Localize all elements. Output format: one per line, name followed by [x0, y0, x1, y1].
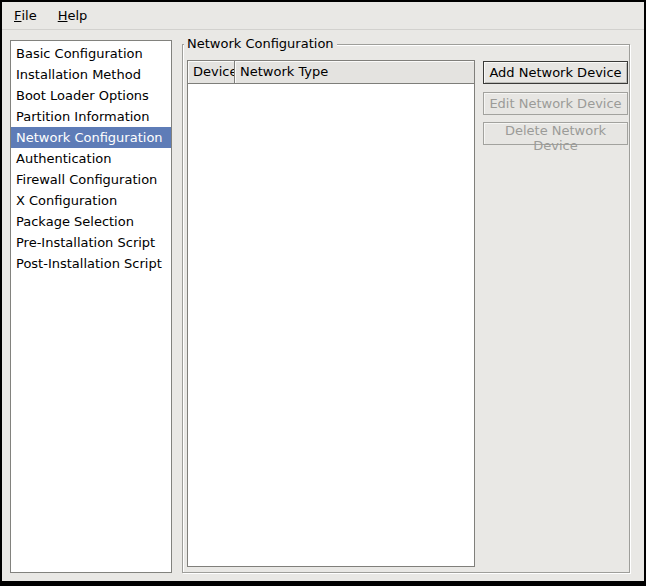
sidebar-item-boot-loader-options[interactable]: Boot Loader Options	[11, 85, 171, 106]
sidebar-item-x-configuration[interactable]: X Configuration	[11, 190, 171, 211]
section-list: Basic Configuration Installation Method …	[10, 40, 172, 573]
column-header-device[interactable]: Device	[188, 61, 235, 84]
kickstart-configurator-window: File Help Basic Configuration Installati…	[0, 0, 646, 586]
network-device-table: Device Network Type	[187, 60, 475, 567]
sidebar-item-firewall-configuration[interactable]: Firewall Configuration	[11, 169, 171, 190]
sidebar-item-partition-information[interactable]: Partition Information	[11, 106, 171, 127]
column-header-network-type[interactable]: Network Type	[235, 61, 474, 84]
network-configuration-group: Network Configuration Device Network Typ…	[182, 44, 630, 573]
sidebar-item-basic-configuration[interactable]: Basic Configuration	[11, 43, 171, 64]
sidebar-item-installation-method[interactable]: Installation Method	[11, 64, 171, 85]
sidebar-item-post-installation-script[interactable]: Post-Installation Script	[11, 253, 171, 274]
table-header-row: Device Network Type	[188, 61, 474, 84]
edit-network-device-button[interactable]: Edit Network Device	[483, 92, 628, 115]
menu-help[interactable]: Help	[50, 2, 96, 29]
sidebar-item-package-selection[interactable]: Package Selection	[11, 211, 171, 232]
group-title: Network Configuration	[184, 36, 337, 52]
menu-file[interactable]: File	[6, 2, 45, 29]
menubar: File Help	[2, 2, 644, 30]
sidebar-item-pre-installation-script[interactable]: Pre-Installation Script	[11, 232, 171, 253]
sidebar-item-authentication[interactable]: Authentication	[11, 148, 171, 169]
table-body[interactable]	[188, 84, 474, 566]
add-network-device-button[interactable]: Add Network Device	[483, 61, 628, 84]
sidebar-item-network-configuration[interactable]: Network Configuration	[11, 127, 171, 148]
delete-network-device-button[interactable]: Delete Network Device	[483, 122, 628, 145]
